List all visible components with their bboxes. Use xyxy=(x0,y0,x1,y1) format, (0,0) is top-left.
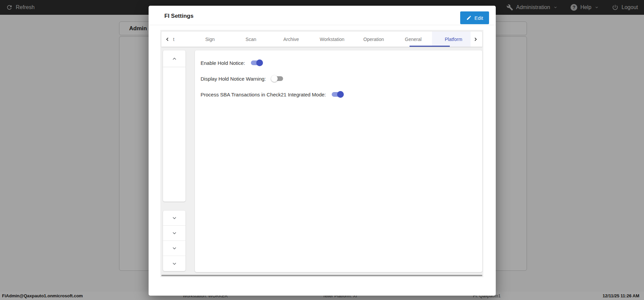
toggle-thumb xyxy=(256,59,263,66)
chevron-right-icon xyxy=(472,36,479,43)
tab-operation[interactable]: Operation xyxy=(363,32,384,47)
edit-button-label: Edit xyxy=(475,15,483,21)
tab-workstation[interactable]: Workstation xyxy=(320,32,344,47)
settings-tab-bar: t Sign Scan Archive Workstation Operatio… xyxy=(161,32,482,47)
sidebar-scroll-panel xyxy=(163,50,185,202)
fi-settings-dialog: FI Settings Edit t Sign Scan Archive Wor… xyxy=(149,6,496,296)
setting-label: Display Hold Notice Warning: xyxy=(201,76,266,82)
sidebar-expand-button-3[interactable] xyxy=(163,241,185,256)
setting-label: Process SBA Transactions in Check21 Inte… xyxy=(201,92,326,97)
setting-row-enable-hold-notice: Enable Hold Notice: xyxy=(201,56,262,70)
enable-hold-notice-toggle[interactable] xyxy=(251,60,262,65)
sidebar-expand-button-4[interactable] xyxy=(163,256,185,271)
tab-general[interactable]: General xyxy=(405,32,422,47)
tab-platform[interactable]: Platform xyxy=(445,32,462,47)
tab-truncated[interactable]: t xyxy=(173,32,174,47)
platform-settings-panel: Enable Hold Notice: Display Hold Notice … xyxy=(195,50,482,272)
chevron-down-icon xyxy=(171,260,178,267)
chevron-down-icon xyxy=(171,230,178,237)
setting-label: Enable Hold Notice: xyxy=(201,60,245,66)
chevron-down-icon xyxy=(171,215,178,221)
pencil-icon xyxy=(466,15,472,20)
horizontal-scrollbar[interactable] xyxy=(161,275,482,276)
chevron-up-icon xyxy=(171,55,178,62)
tabs-scroll-left-button[interactable] xyxy=(164,36,171,43)
chevron-down-icon xyxy=(171,245,178,252)
setting-row-display-hold-notice-warning: Display Hold Notice Warning: xyxy=(201,72,283,85)
sidebar-expander-panel xyxy=(163,211,185,271)
process-sba-check21-toggle[interactable] xyxy=(332,92,343,97)
tab-sign[interactable]: Sign xyxy=(205,32,215,47)
setting-row-process-sba-transactions: Process SBA Transactions in Check21 Inte… xyxy=(201,88,343,101)
sidebar-expand-button-1[interactable] xyxy=(163,211,185,226)
tab-scan[interactable]: Scan xyxy=(246,32,256,47)
sidebar-scroll-up-button[interactable] xyxy=(163,50,185,67)
dialog-title: FI Settings xyxy=(164,13,194,19)
chevron-left-icon xyxy=(164,36,171,43)
toggle-thumb xyxy=(337,91,344,98)
dialog-header: FI Settings Edit xyxy=(149,6,496,25)
tabs-scroll-right-button[interactable] xyxy=(472,36,479,43)
toggle-thumb xyxy=(271,75,278,82)
tab-archive[interactable]: Archive xyxy=(283,32,299,47)
edit-button[interactable]: Edit xyxy=(460,11,489,24)
sidebar-expand-button-2[interactable] xyxy=(163,226,185,241)
display-hold-notice-warning-toggle[interactable] xyxy=(272,76,283,81)
active-tab-indicator xyxy=(410,46,450,47)
